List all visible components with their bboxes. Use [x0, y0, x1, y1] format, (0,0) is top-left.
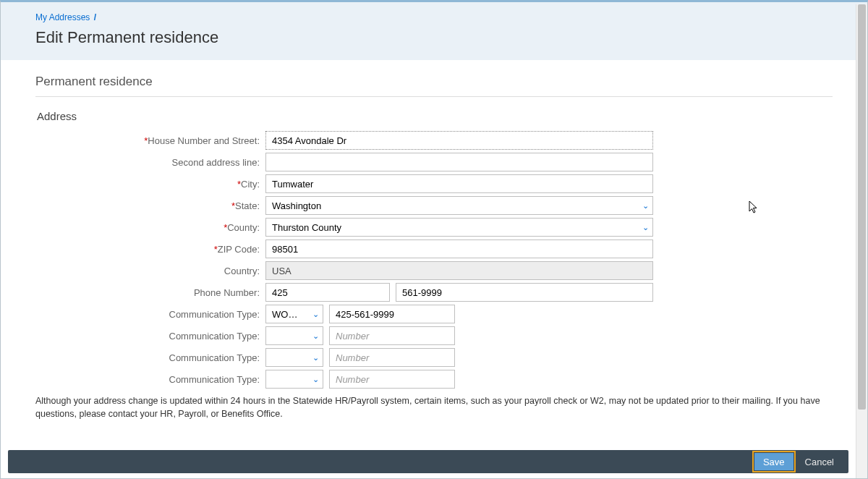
- subsection-title-address: Address: [37, 110, 833, 122]
- county-select[interactable]: [265, 218, 653, 237]
- label-house-street: *House Number and Street:: [35, 135, 265, 146]
- label-comm-type-2: Communication Type:: [35, 331, 265, 342]
- row-city: *City:: [35, 174, 833, 193]
- house-street-input[interactable]: [265, 131, 653, 150]
- section-title: Permanent residence: [35, 75, 833, 97]
- zip-input[interactable]: [265, 240, 653, 258]
- footer-bar: Save Cancel: [8, 450, 848, 473]
- save-button[interactable]: Save: [754, 453, 793, 470]
- phone-area-input[interactable]: [265, 283, 390, 302]
- row-comm-type-2: Communication Type: ⌄: [35, 326, 833, 345]
- row-state: *State: ⌄: [35, 196, 833, 215]
- row-zip: *ZIP Code:: [35, 240, 833, 258]
- row-comm-type-1: Communication Type: ⌄: [35, 305, 833, 323]
- label-country: Country:: [35, 266, 265, 276]
- label-county: *County:: [35, 222, 265, 233]
- row-comm-type-4: Communication Type: ⌄: [35, 370, 833, 389]
- label-comm-type-4: Communication Type:: [35, 374, 265, 385]
- label-phone: Phone Number:: [35, 287, 265, 298]
- vertical-scrollbar[interactable]: [856, 4, 867, 478]
- phone-number-input[interactable]: [396, 283, 653, 302]
- cancel-button[interactable]: Cancel: [796, 453, 843, 470]
- comm-type-2-select[interactable]: [265, 326, 323, 345]
- comm-number-2-input[interactable]: [329, 326, 455, 345]
- row-second-line: Second address line:: [35, 153, 833, 171]
- country-input: [265, 261, 653, 280]
- comm-type-4-select[interactable]: [265, 370, 323, 389]
- row-comm-type-3: Communication Type: ⌄: [35, 348, 833, 367]
- breadcrumb: My Addresses /: [35, 12, 833, 22]
- label-comm-type-1: Communication Type:: [35, 309, 265, 320]
- breadcrumb-separator: /: [94, 12, 96, 22]
- label-zip: *ZIP Code:: [35, 244, 265, 255]
- page-title: Edit Permanent residence: [35, 28, 833, 47]
- comm-type-3-select[interactable]: [265, 348, 323, 367]
- row-country: Country:: [35, 261, 833, 280]
- city-input[interactable]: [265, 174, 653, 193]
- row-house-street: *House Number and Street:: [35, 131, 833, 150]
- label-second-line: Second address line:: [35, 157, 265, 168]
- row-county: *County: ⌄: [35, 218, 833, 237]
- comm-type-1-select[interactable]: [265, 305, 323, 323]
- note-text: Although your address change is updated …: [35, 394, 833, 420]
- row-phone: Phone Number:: [35, 283, 833, 302]
- comm-number-1-input[interactable]: [329, 305, 455, 323]
- state-select[interactable]: [265, 196, 653, 215]
- label-comm-type-3: Communication Type:: [35, 352, 265, 363]
- scrollbar-thumb[interactable]: [858, 4, 866, 410]
- breadcrumb-link-my-addresses[interactable]: My Addresses: [35, 12, 90, 22]
- label-state: *State:: [35, 200, 265, 211]
- comm-number-4-input[interactable]: [329, 370, 455, 389]
- label-city: *City:: [35, 179, 265, 190]
- comm-number-3-input[interactable]: [329, 348, 455, 367]
- second-line-input[interactable]: [265, 153, 653, 171]
